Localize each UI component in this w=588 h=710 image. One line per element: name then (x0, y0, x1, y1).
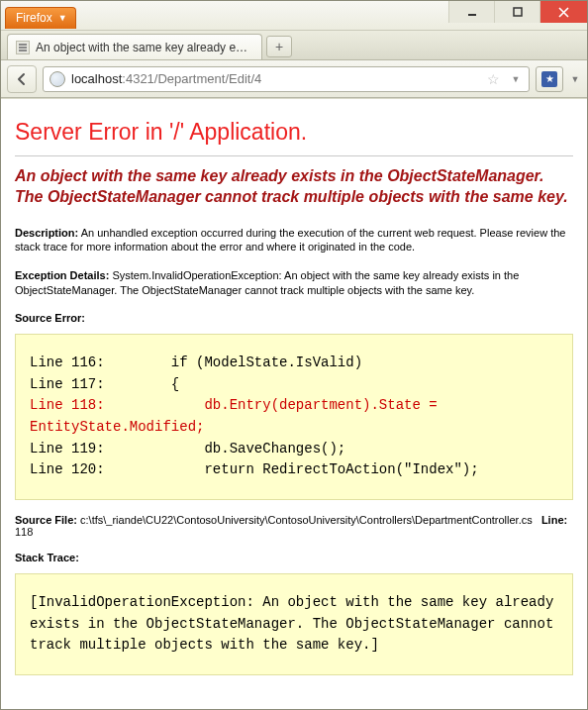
source-file-path: c:\tfs\_riande\CU22\ContosoUniversity\Co… (77, 514, 533, 526)
page-viewport: Server Error in '/' Application. An obje… (1, 98, 587, 709)
titlebar: Firefox ▼ (1, 1, 587, 31)
source-line-117: Line 117: { (30, 376, 179, 392)
new-tab-button[interactable]: + (266, 36, 292, 57)
exception-paragraph: Exception Details: System.InvalidOperati… (15, 268, 573, 298)
page-favicon (16, 41, 30, 54)
url-text: localhost:4321/Department/Edit/4 (71, 71, 477, 86)
stack-trace-label: Stack Trace: (15, 552, 573, 563)
exception-label: Exception Details: (15, 269, 109, 281)
back-button[interactable] (7, 65, 37, 93)
description-paragraph: Description: An unhandled exception occu… (15, 226, 573, 255)
bookmarks-dropdown-icon[interactable]: ▼ (569, 74, 581, 84)
firefox-menu-button[interactable]: Firefox ▼ (5, 7, 76, 29)
source-file-label: Source File: (15, 514, 77, 526)
error-subtitle: An object with the same key already exis… (15, 166, 573, 208)
maximize-button[interactable] (494, 1, 539, 23)
url-bar[interactable]: localhost:4321/Department/Edit/4 ☆ ▼ (43, 66, 530, 92)
bookmarks-icon: ★ (541, 71, 557, 87)
browser-window: Firefox ▼ An object with the same key al… (0, 0, 588, 710)
browser-tab[interactable]: An object with the same key already exis… (7, 34, 262, 59)
bookmarks-button[interactable]: ★ (536, 66, 563, 92)
window-controls (448, 1, 587, 23)
chevron-down-icon: ▼ (58, 13, 67, 23)
minimize-icon (467, 7, 477, 17)
divider (15, 155, 573, 156)
tab-strip: An object with the same key already exis… (1, 31, 587, 60)
minimize-button[interactable] (448, 1, 494, 23)
close-icon (558, 7, 569, 18)
firefox-menu-label: Firefox (16, 11, 52, 25)
maximize-icon (513, 7, 523, 17)
source-line-118: Line 118: db.Entry(department).State = E… (30, 397, 445, 435)
svg-rect-0 (468, 14, 476, 16)
url-path: :4321/Department/Edit/4 (122, 71, 261, 86)
stack-trace-box: [InvalidOperationException: An object wi… (15, 573, 573, 675)
source-line-119: Line 119: db.SaveChanges(); (30, 441, 345, 456)
globe-icon (49, 71, 65, 87)
url-host: localhost (71, 71, 122, 86)
svg-rect-1 (514, 8, 522, 16)
bookmark-star-icon[interactable]: ☆ (483, 71, 503, 87)
source-error-box: Line 116: if (ModelState.IsValid) Line 1… (15, 334, 573, 500)
source-line-116: Line 116: if (ModelState.IsValid) (30, 355, 362, 370)
line-number: 118 (15, 526, 33, 538)
line-label: Line: (541, 514, 567, 526)
tab-title: An object with the same key already exis… (36, 41, 253, 54)
back-arrow-icon (15, 72, 29, 86)
error-page: Server Error in '/' Application. An obje… (1, 99, 587, 703)
description-label: Description: (15, 227, 78, 239)
close-button[interactable] (539, 1, 587, 23)
url-dropdown-icon[interactable]: ▼ (509, 74, 523, 84)
error-title: Server Error in '/' Application. (15, 119, 573, 146)
description-text: An unhandled exception occurred during t… (15, 227, 565, 254)
stack-trace-text: [InvalidOperationException: An object wi… (30, 594, 562, 653)
source-line-120: Line 120: return RedirectToAction("Index… (30, 461, 479, 477)
nav-toolbar: localhost:4321/Department/Edit/4 ☆ ▼ ★ ▼ (1, 60, 587, 98)
source-file-line: Source File: c:\tfs\_riande\CU22\Contoso… (15, 514, 573, 538)
plus-icon: + (275, 40, 283, 53)
source-error-label: Source Error: (15, 312, 573, 324)
